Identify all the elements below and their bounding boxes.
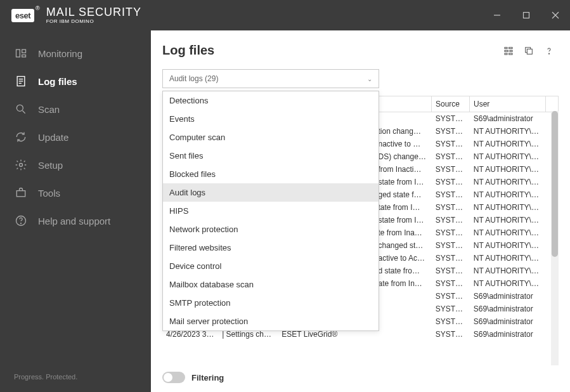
sidebar: Monitoring Log files Scan Update Setup T… (0, 30, 151, 392)
view-options-icon[interactable] (503, 45, 514, 56)
table-cell: NT AUTHORITY\SY… (470, 188, 546, 201)
sidebar-item-label: Monitoring (38, 48, 82, 59)
svg-rect-17 (505, 47, 507, 48)
log-type-select-box[interactable]: Audit logs (29) ⌄ (162, 69, 379, 88)
dropdown-item[interactable]: Mail server protection (163, 312, 379, 330)
svg-rect-5 (22, 49, 26, 53)
dropdown-item[interactable]: Audit logs (163, 183, 379, 202)
log-type-dropdown: DetectionsEventsComputer scanSent filesB… (162, 91, 379, 331)
minimize-button[interactable] (483, 0, 512, 30)
table-cell: NT AUTHORITY\SY… (470, 252, 546, 265)
table-cell: NT AUTHORITY\SY… (470, 125, 546, 138)
footer-bar: Filtering (151, 365, 570, 392)
selected-log-type: Audit logs (29) (169, 74, 218, 83)
sidebar-item-help[interactable]: Help and support (0, 207, 151, 235)
dropdown-item[interactable]: SMTP protection (163, 294, 379, 312)
table-cell: S69\administrator (470, 112, 546, 125)
gear-icon (14, 158, 28, 172)
table-cell: SYSTEM (432, 303, 470, 315)
svg-rect-19 (505, 50, 508, 51)
table-cell (375, 328, 432, 341)
table-cell: changed st… (375, 239, 432, 252)
table-cell: S69\administrator (470, 328, 546, 341)
table-cell: NT AUTHORITY\SY… (470, 226, 546, 239)
svg-line-12 (23, 111, 25, 114)
table-cell (375, 112, 432, 125)
table-cell: S69\administrator (470, 315, 546, 328)
registered-mark: ® (36, 5, 40, 11)
dropdown-item[interactable]: Detections (163, 91, 379, 110)
svg-point-13 (20, 164, 23, 167)
table-cell: te from Ina… (375, 226, 432, 239)
sidebar-item-label: Update (38, 132, 68, 143)
dropdown-item[interactable]: Mailbox database scan (163, 275, 379, 294)
sidebar-item-update[interactable]: Update (0, 123, 151, 151)
refresh-icon (14, 130, 28, 144)
table-scrollbar[interactable] (551, 111, 559, 365)
col-spare[interactable] (546, 96, 559, 112)
product-title: MAIL SECURITY FOR IBM DOMINO (46, 6, 141, 25)
table-cell: SYSTEM (432, 201, 470, 214)
filtering-toggle[interactable] (162, 372, 185, 383)
window-controls (483, 0, 570, 30)
titlebar: eset ® MAIL SECURITY FOR IBM DOMINO (0, 0, 570, 30)
table-cell: SYSTEM (432, 277, 470, 290)
dropdown-item[interactable]: Device control (163, 257, 379, 275)
table-cell: S69\administrator (470, 303, 546, 315)
table-cell: state from I… (375, 214, 432, 226)
sidebar-item-label: Setup (38, 160, 63, 171)
chevron-down-icon: ⌄ (367, 75, 372, 82)
monitor-icon (14, 46, 28, 60)
dropdown-item[interactable]: Blocked files (163, 165, 379, 183)
svg-rect-22 (509, 53, 512, 55)
table-cell: SYSTEM (432, 252, 470, 265)
table-cell: NT AUTHORITY\SY… (470, 265, 546, 277)
svg-rect-23 (527, 49, 532, 54)
table-cell: state from I… (375, 176, 432, 188)
help-header-icon[interactable] (543, 45, 555, 56)
scrollbar-thumb[interactable] (552, 111, 558, 257)
table-cell: NT AUTHORITY\SY… (470, 138, 546, 150)
svg-rect-18 (509, 47, 512, 48)
svg-rect-21 (505, 53, 507, 55)
table-cell: SYSTEM (432, 112, 470, 125)
maximize-button[interactable] (512, 0, 541, 30)
header-actions (503, 45, 555, 56)
table-cell: NT AUTHORITY\SY… (470, 163, 546, 176)
table-cell: SYSTEM (432, 315, 470, 328)
toolbox-icon (14, 186, 28, 200)
sidebar-item-scan[interactable]: Scan (0, 95, 151, 123)
dropdown-item[interactable]: Computer scan (163, 128, 379, 147)
close-button[interactable] (541, 0, 570, 30)
sidebar-item-label: Tools (38, 188, 60, 199)
dropdown-item[interactable]: Filtered websites (163, 238, 379, 257)
table-cell: SYSTEM (432, 138, 470, 150)
sidebar-item-setup[interactable]: Setup (0, 151, 151, 179)
dropdown-item[interactable]: HIPS (163, 202, 379, 220)
col-user[interactable]: User (470, 96, 546, 112)
table-cell: SYSTEM (432, 265, 470, 277)
table-cell: SYSTEM (432, 188, 470, 201)
dropdown-item[interactable]: Sent files (163, 147, 379, 165)
table-cell: SYSTEM (432, 125, 470, 138)
svg-rect-14 (16, 191, 25, 197)
product-main: MAIL SECURITY (46, 6, 141, 18)
copy-icon[interactable] (523, 45, 534, 56)
col-source[interactable]: Source (432, 96, 470, 112)
table-cell: NT AUTHORITY\SY… (470, 239, 546, 252)
svg-rect-6 (22, 55, 26, 57)
sidebar-item-log-files[interactable]: Log files (0, 67, 151, 95)
svg-point-16 (21, 223, 22, 224)
dropdown-item[interactable]: Events (163, 110, 379, 128)
dropdown-item[interactable]: Network protection (163, 220, 379, 238)
log-icon (14, 74, 28, 88)
sidebar-item-tools[interactable]: Tools (0, 179, 151, 207)
table-cell: tate from I… (375, 201, 432, 214)
page-title: Log files (162, 43, 214, 58)
svg-rect-1 (524, 13, 529, 18)
table-cell: nactive to … (375, 138, 432, 150)
search-icon (14, 102, 28, 116)
sidebar-item-monitoring[interactable]: Monitoring (0, 39, 151, 67)
table-cell: tion chang… (375, 125, 432, 138)
col-desc[interactable] (375, 96, 432, 112)
